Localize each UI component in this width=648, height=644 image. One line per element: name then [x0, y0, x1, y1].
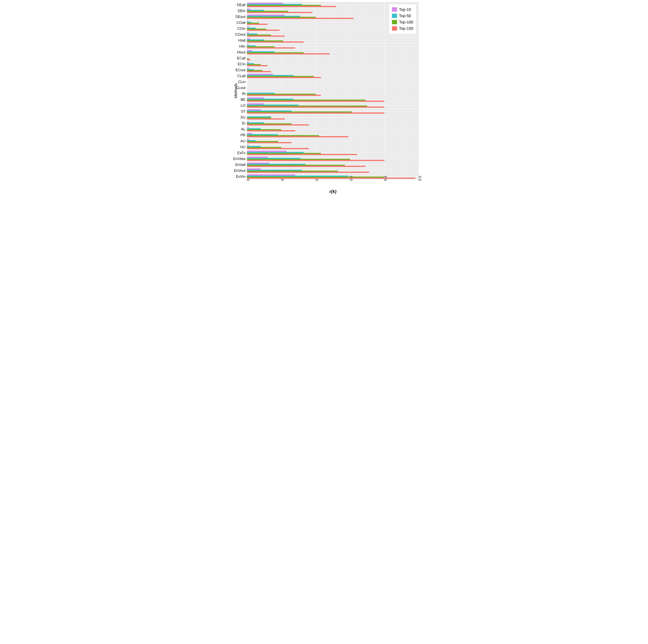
bar [247, 160, 384, 161]
y-tick-label: HIin [239, 44, 247, 49]
legend-item-top150: Top-150 [392, 25, 413, 32]
bar-group [247, 92, 419, 96]
bar [247, 101, 384, 102]
bar [247, 36, 285, 37]
y-tick-label: DEall [237, 3, 247, 7]
y-gridline-minor [247, 132, 419, 132]
bar [247, 107, 384, 108]
y-tick-label: BE [241, 98, 247, 102]
y-gridline-minor [247, 103, 419, 103]
y-tick-label: CLall [237, 74, 247, 78]
y-tick-label: ExFs [237, 151, 247, 155]
legend-item-top100: Top-100 [392, 19, 413, 25]
y-gridline-minor [247, 97, 419, 97]
y-tick-label: ECall [237, 56, 247, 60]
y-tick-label: CLout [236, 85, 247, 90]
chart-container: Top-10 Top-50 Top-100 Top-150 Methods r(… [225, 2, 423, 180]
bar [247, 18, 354, 19]
bar [247, 47, 295, 48]
bar-group [247, 169, 419, 173]
bar-group [247, 38, 419, 43]
bar [247, 6, 336, 7]
y-gridline-minor [247, 120, 419, 121]
legend-item-top50: Top-50 [392, 13, 413, 19]
y-tick-label: AL [241, 127, 247, 131]
y-tick-label: HU [240, 145, 247, 149]
bar [247, 130, 295, 131]
y-tick-label: EI [242, 121, 247, 125]
bar [247, 172, 369, 173]
y-gridline-minor [247, 79, 419, 79]
bar-group [247, 56, 419, 60]
bar [247, 95, 321, 96]
y-tick-label: COall [236, 21, 247, 25]
bar-group [247, 109, 419, 114]
legend-label: Top-100 [399, 19, 413, 25]
y-tick-label: CLin [238, 80, 247, 84]
y-gridline-minor [247, 168, 419, 168]
bar [247, 65, 268, 66]
bar [247, 166, 366, 167]
y-tick-label: PR [240, 133, 247, 137]
bar-group [247, 133, 419, 137]
plot-area: Top-10 Top-50 Top-100 Top-150 Methods r(… [247, 2, 419, 180]
bar [247, 42, 304, 43]
bar-group [247, 103, 419, 108]
bar [247, 118, 285, 119]
bar-group [247, 98, 419, 102]
bar [247, 148, 309, 149]
bar-group [247, 85, 419, 90]
y-tick-label: ST [241, 110, 247, 114]
legend-label: Top-150 [399, 25, 413, 32]
y-tick-label: AU [240, 139, 247, 143]
y-tick-label: HIall [238, 39, 247, 43]
bar [247, 30, 280, 31]
y-tick-label: ECout [235, 68, 247, 72]
y-gridline-minor [247, 114, 419, 115]
y-gridline-minor [247, 85, 419, 85]
y-gridline-minor [247, 49, 419, 50]
legend-label: Top-10 [399, 6, 411, 13]
bar-group [247, 139, 419, 143]
bar [247, 136, 348, 137]
y-axis-title: Methods [233, 83, 238, 99]
bar [247, 24, 268, 25]
y-gridline-minor [247, 43, 419, 44]
bar-group [247, 115, 419, 120]
y-tick-label: EnVbtw [233, 157, 247, 161]
y-tick-label: COin [237, 26, 247, 31]
bar [247, 12, 312, 13]
bar-group [247, 68, 419, 72]
bar [247, 178, 416, 179]
bar [247, 112, 384, 113]
y-gridline-minor [247, 174, 419, 174]
y-tick-label: ECin [238, 62, 247, 66]
y-gridline-minor [247, 156, 419, 156]
bar [247, 77, 321, 78]
bar [247, 154, 357, 155]
bar-group [247, 151, 419, 155]
y-tick-label: COout [235, 33, 247, 37]
bar [247, 59, 250, 60]
bar [247, 124, 309, 125]
legend-swatch-icon [392, 7, 397, 12]
y-tick-label: EnVall [235, 163, 247, 167]
legend-swatch-icon [392, 14, 397, 18]
bar-group [247, 44, 419, 49]
bar [247, 71, 271, 72]
legend-swatch-icon [392, 26, 397, 31]
y-gridline-minor [247, 150, 419, 150]
bar-group [247, 127, 419, 131]
bar [247, 53, 329, 54]
bar-group [247, 62, 419, 66]
y-tick-label: SU [240, 115, 247, 120]
y-tick-label: DEout [235, 15, 247, 19]
bar-group [247, 157, 419, 161]
bar-group [247, 145, 419, 149]
y-tick-label: DEin [238, 9, 247, 13]
legend-label: Top-50 [399, 13, 411, 19]
bar-group [247, 121, 419, 125]
legend-item-top10: Top-10 [392, 6, 413, 13]
y-tick-label: LO [241, 103, 247, 108]
x-axis-title: r(k) [247, 189, 419, 194]
